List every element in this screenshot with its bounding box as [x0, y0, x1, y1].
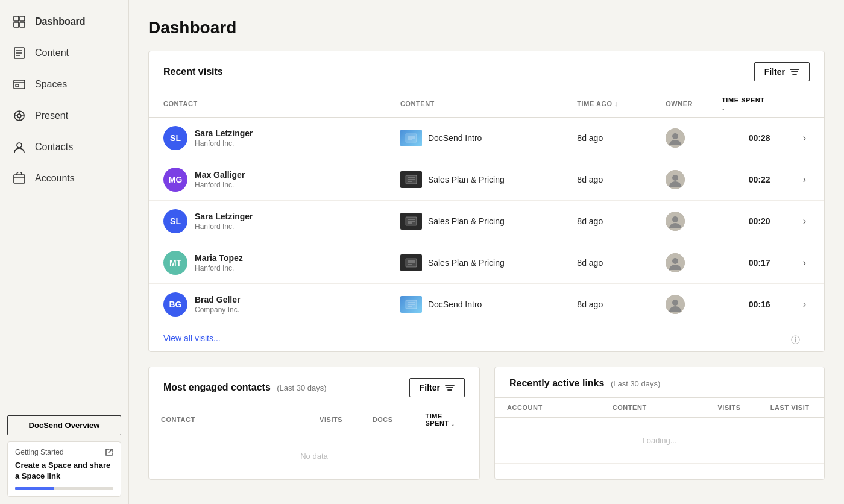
- expand-cell: ›: [785, 159, 824, 201]
- col-content: CONTENT: [386, 90, 562, 118]
- contact-cell: BG Brad Geller Company Inc.: [149, 284, 386, 326]
- expand-row-button[interactable]: ›: [799, 256, 810, 269]
- most-engaged-filter-button[interactable]: Filter: [409, 378, 465, 397]
- owner-avatar: [666, 253, 685, 272]
- time-ago-cell: 8d ago: [562, 159, 651, 201]
- most-engaged-table: CONTACT VISITS DOCS TIME SPENT ↓ No data: [149, 406, 479, 479]
- svg-point-12: [17, 114, 21, 118]
- recent-visits-filter-button[interactable]: Filter: [754, 62, 810, 81]
- avatar: MT: [163, 251, 187, 275]
- getting-started-label: Getting Started: [15, 448, 64, 456]
- content-name: Sales Plan & Pricing: [428, 216, 505, 226]
- contact-name: Sara Letzinger: [195, 128, 253, 138]
- content-cell: Sales Plan & Pricing: [386, 159, 562, 201]
- svg-rect-10: [16, 84, 19, 87]
- table-row: SL Sara Letzinger Hanford Inc.: [149, 118, 824, 159]
- contact-name: Max Galliger: [195, 170, 245, 180]
- bottom-row: Most engaged contacts (Last 30 days) Fil…: [148, 367, 825, 494]
- content-icon: [12, 46, 27, 60]
- time-spent-cell: 00:22: [707, 159, 785, 201]
- col-docs: DOCS: [361, 406, 414, 433]
- contact-company: Company Inc.: [195, 306, 240, 314]
- sidebar: Dashboard Content Spaces: [0, 0, 129, 504]
- svg-point-17: [17, 143, 22, 148]
- table-row: BG Brad Geller Company Inc.: [149, 284, 824, 326]
- sidebar-item-label: Content: [35, 48, 69, 58]
- view-all-visits-link[interactable]: View all visits...: [149, 325, 824, 351]
- getting-started-body: Create a Space and share a Space link: [15, 460, 113, 482]
- content-cell: DocSend Intro: [386, 284, 562, 326]
- contact-cell: MG Max Galliger Hanford Inc.: [149, 159, 386, 201]
- content-cell: Sales Plan & Pricing: [386, 201, 562, 242]
- most-engaged-header: Most engaged contacts (Last 30 days) Fil…: [149, 367, 479, 406]
- visits-table-body: SL Sara Letzinger Hanford Inc.: [149, 118, 824, 326]
- sort-arrow-time-ago: ↓: [614, 100, 618, 107]
- expand-row-button[interactable]: ›: [799, 173, 810, 186]
- col-contact: CONTACT: [149, 90, 386, 118]
- filter-label: Filter: [420, 383, 440, 392]
- sidebar-bottom: DocSend Overview Getting Started Create …: [0, 408, 128, 504]
- table-row: MG Max Galliger Hanford Inc.: [149, 159, 824, 201]
- time-spent-cell: 00:20: [707, 201, 785, 242]
- contact-company: Hanford Inc.: [195, 264, 243, 272]
- expand-cell: ›: [785, 201, 824, 242]
- svg-rect-18: [14, 175, 25, 183]
- expand-row-button[interactable]: ›: [799, 298, 810, 311]
- doc-thumbnail: [400, 296, 422, 313]
- contact-company: Hanford Inc.: [195, 139, 253, 148]
- page-title: Dashboard: [148, 18, 825, 37]
- present-icon: [12, 109, 27, 123]
- table-row: SL Sara Letzinger Hanford Inc.: [149, 201, 824, 242]
- contact-company: Hanford Inc.: [195, 222, 253, 231]
- content-cell: Sales Plan & Pricing: [386, 242, 562, 284]
- col-visits: VISITS: [705, 398, 758, 418]
- content-name: DocSend Intro: [428, 133, 482, 143]
- time-ago-cell: 8d ago: [562, 118, 651, 159]
- main-content: Dashboard Recent visits Filter CONTACT: [129, 0, 844, 504]
- sidebar-item-spaces[interactable]: Spaces: [0, 69, 128, 100]
- svg-point-53: [672, 300, 678, 306]
- col-time-ago: TIME AGO ↓: [562, 90, 651, 118]
- doc-thumbnail: [400, 213, 422, 230]
- external-link-icon[interactable]: [105, 448, 113, 456]
- content-name: Sales Plan & Pricing: [428, 258, 505, 268]
- owner-avatar: [666, 212, 685, 231]
- recent-visits-table: CONTACT CONTENT TIME AGO ↓ OWNER TIME SP…: [149, 90, 824, 325]
- doc-thumbnail: [400, 130, 422, 146]
- svg-point-29: [672, 133, 678, 139]
- sidebar-item-label: Dashboard: [35, 16, 86, 27]
- sidebar-item-content[interactable]: Content: [0, 37, 128, 69]
- owner-avatar: [666, 295, 685, 314]
- expand-row-button[interactable]: ›: [799, 215, 810, 228]
- accounts-icon: [12, 171, 27, 186]
- filter-label: Filter: [764, 67, 785, 77]
- most-engaged-title: Most engaged contacts (Last 30 days): [163, 382, 327, 393]
- table-cell: Loading...: [495, 418, 824, 464]
- recently-active-title: Recently active links (Last 30 days): [509, 378, 660, 389]
- avatar: SL: [163, 209, 187, 233]
- expand-cell: ›: [785, 242, 824, 284]
- contact-cell: SL Sara Letzinger Hanford Inc.: [149, 201, 386, 242]
- owner-cell: [651, 118, 707, 159]
- svg-rect-1: [20, 16, 25, 21]
- col-visits: VISITS: [307, 406, 361, 433]
- col-contact: CONTACT: [149, 406, 307, 433]
- expand-cell: ›: [785, 118, 824, 159]
- sidebar-item-dashboard[interactable]: Dashboard: [0, 6, 128, 37]
- recent-visits-header: Recent visits Filter: [149, 51, 824, 90]
- svg-point-47: [672, 258, 678, 264]
- dashboard-icon: [12, 14, 27, 29]
- avatar: MG: [163, 168, 187, 192]
- sidebar-item-contacts[interactable]: Contacts: [0, 131, 128, 163]
- sidebar-item-accounts[interactable]: Accounts: [0, 163, 128, 194]
- owner-avatar: [666, 170, 685, 189]
- sidebar-item-present[interactable]: Present: [0, 100, 128, 131]
- time-ago-cell: 8d ago: [562, 201, 651, 242]
- owner-avatar: [666, 128, 685, 148]
- most-engaged-body: No data: [149, 433, 479, 479]
- expand-row-button[interactable]: ›: [799, 131, 810, 145]
- spaces-icon: [12, 77, 27, 92]
- sidebar-item-label: Spaces: [35, 79, 67, 90]
- svg-rect-3: [20, 22, 25, 27]
- docsend-overview-button[interactable]: DocSend Overview: [7, 415, 121, 435]
